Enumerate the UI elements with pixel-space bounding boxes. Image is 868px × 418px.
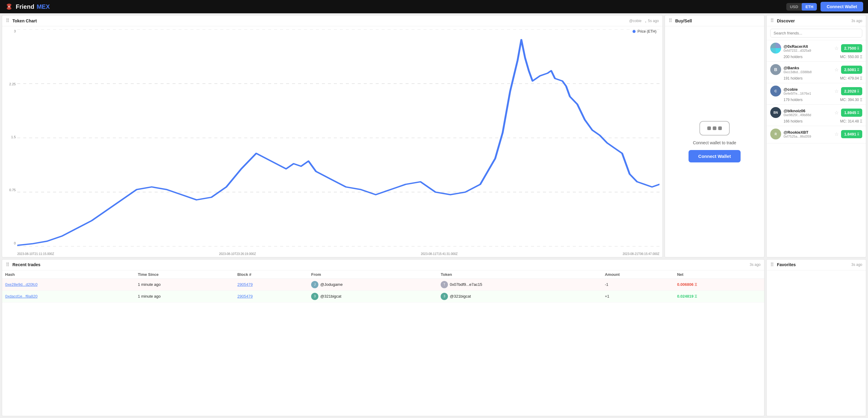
buy-sell-header: ⠿ Buy/Sell (665, 15, 764, 26)
eth-sym-3: Ξ (857, 89, 859, 93)
favorites-title: Favorites (777, 262, 849, 267)
col-amount: Amount (602, 270, 674, 279)
eth-sym-4: Ξ (857, 111, 859, 114)
col-hash: Hash (2, 270, 135, 279)
eth-sym-2: Ξ (857, 68, 859, 71)
price-badge-2: 2.5081 Ξ (841, 66, 862, 74)
discover-item-3-row2: 179 holders MC: 394.30 Ξ (770, 98, 862, 102)
discover-name-block-5: @RookieXBT 0xf7525a...86d359 (783, 130, 832, 138)
trades-table: Hash Time Since Block # From Token Amoun… (2, 270, 764, 302)
discover-item-1: @0xRacerAlt 0xfd7232...d325a9 ☆ 2.7500 Ξ… (767, 40, 866, 62)
price-badge-4: 1.8945 Ξ (841, 108, 862, 117)
discover-address-1: 0xfd7232...d325a9 (783, 49, 832, 52)
discover-list: @0xRacerAlt 0xfd7232...d325a9 ☆ 2.7500 Ξ… (767, 40, 866, 257)
trade-block-link-2[interactable]: 2905479 (237, 294, 253, 298)
discover-item-2-row2: 191 holders MC: 479.04 Ξ (770, 76, 862, 81)
wallet-dot-1 (707, 126, 711, 130)
drag-icon-discover: ⠿ (770, 18, 774, 24)
drag-icon-buysell: ⠿ (669, 18, 672, 24)
mc-3: MC: 394.30 Ξ (840, 98, 862, 102)
token-chart-title: Token Chart (12, 19, 627, 23)
discover-search-input[interactable] (770, 29, 862, 37)
drag-icon: ⠿ (6, 18, 9, 24)
connect-trade-button[interactable]: Connect Wallet (688, 150, 741, 162)
discover-name-block-1: @0xRacerAlt 0xfd7232...d325a9 (783, 44, 832, 52)
trade-net-1: 0.006806 Ξ (674, 279, 764, 290)
connect-wallet-header-button[interactable]: Connect Wallet (820, 2, 863, 11)
mc-4: MC: 314.48 Ξ (840, 119, 862, 123)
trade-hash-link-2[interactable]: 0xdacd1e...f8a820 (5, 294, 37, 298)
trade-amount-2: +1 (602, 290, 674, 302)
from-avatar-1: J (311, 281, 318, 288)
col-from: From (308, 270, 438, 279)
trade-from-2: 3 @321bigcat (308, 290, 438, 302)
price-badge-1: 2.7500 Ξ (841, 44, 862, 52)
trade-hash-1: 0xe28e9d...d20fc0 (2, 279, 135, 290)
discover-name-block-4: @blknoiz06 0xe9825f...49b88d (783, 108, 832, 117)
discover-item-1-row2: 200 holders MC: 550.00 Ξ (770, 55, 862, 59)
discover-item-4-row1: BN @blknoiz06 0xe9825f...49b88d ☆ 1.8945… (770, 107, 862, 118)
trade-from-1: J @Jodugame (308, 279, 438, 290)
currency-toggle: USD ETH (786, 3, 817, 10)
main-grid: ⠿ Token Chart @cobie , 5s ago Price (ETH… (0, 13, 868, 418)
trade-amount-1: -1 (602, 279, 674, 290)
favorites-content (767, 270, 866, 416)
price-line (17, 40, 659, 245)
star-icon-3[interactable]: ☆ (834, 88, 839, 94)
discover-item-2-row1: B @Banks 0xcc3dbd...0388b8 ☆ 2.5081 Ξ (770, 64, 862, 75)
discover-timestamp: 3s ago (851, 19, 862, 23)
buy-sell-title: Buy/Sell (675, 19, 761, 23)
eth-sym-5: Ξ (857, 132, 859, 136)
discover-panel: ⠿ Discover 3s ago @0xRacerAlt (766, 15, 866, 257)
y-label-15: 1.5 (11, 135, 16, 139)
trades-table-container: Hash Time Since Block # From Token Amoun… (2, 270, 764, 416)
drag-icon-trades: ⠿ (6, 262, 9, 268)
recent-trades-header: ⠿ Recent trades 3s ago (2, 259, 764, 270)
trade-block-2: 2905479 (234, 290, 308, 302)
trade-row-1: 0xe28e9d...d20fc0 1 minute ago 2905479 J… (2, 279, 764, 290)
x-label-1: 2023-08-10T21:11:15.000Z (17, 252, 54, 256)
header: FriendMEX USD ETH Connect Wallet (0, 0, 868, 13)
trades-table-body: 0xe28e9d...d20fc0 1 minute ago 2905479 J… (2, 279, 764, 302)
col-block: Block # (234, 270, 308, 279)
discover-item-4-row2: 166 holders MC: 314.48 Ξ (770, 119, 862, 123)
discover-address-4: 0xe9825f...49b88d (783, 113, 832, 117)
buy-sell-panel: ⠿ Buy/Sell Connect wallet to trade Conne… (664, 15, 765, 257)
eth-button[interactable]: ETH (802, 3, 817, 10)
star-icon-1[interactable]: ☆ (834, 45, 839, 51)
star-icon-4[interactable]: ☆ (834, 110, 839, 116)
x-label-4: 2023-08-21T06:15:47.000Z (623, 252, 659, 256)
x-label-3: 2023-08-11T15:41:31.000Z (421, 252, 458, 256)
connect-wallet-text: Connect wallet to trade (693, 140, 736, 145)
wallet-icon-container (700, 121, 730, 135)
star-icon-5[interactable]: ☆ (834, 131, 839, 137)
logo-text-friend: Friend (16, 3, 34, 10)
eth-sym-1: Ξ (857, 46, 859, 50)
avatar-cobie: C (770, 86, 781, 96)
discover-item-1-row1: @0xRacerAlt 0xfd7232...d325a9 ☆ 2.7500 Ξ (770, 43, 862, 54)
trade-time-1: 1 minute ago (135, 279, 235, 290)
y-label-3: 3 (14, 29, 16, 33)
discover-username-2: @Banks (783, 66, 832, 70)
avatar-rookiexbt: R (770, 129, 781, 139)
trade-token-1: T 0x07bdf9...e7ac15 (438, 279, 602, 290)
discover-item-3: C @cobie 0x4e5f7e...1676e1 ☆ 2.2028 Ξ 17… (767, 83, 866, 105)
trade-block-link-1[interactable]: 2905479 (237, 282, 253, 287)
chart-svg (17, 29, 659, 247)
discover-name-block-2: @Banks 0xcc3dbd...0388b8 (783, 66, 832, 74)
discover-item-5: R @RookieXBT 0xf7525a...86d359 ☆ 1.8491 … (767, 126, 866, 143)
trade-token-2: 3 @321bigcat (438, 290, 602, 302)
discover-username-1: @0xRacerAlt (783, 44, 832, 49)
holders-4: 166 holders (783, 119, 803, 123)
avatar-banks: B (770, 64, 781, 75)
trade-hash-link-1[interactable]: 0xe28e9d...d20fc0 (5, 282, 37, 287)
usd-button[interactable]: USD (786, 3, 802, 10)
discover-address-3: 0x4e5f7e...1676e1 (783, 92, 832, 95)
x-axis: 2023-08-10T21:11:15.000Z 2023-08-10T23:2… (17, 252, 659, 256)
price-badge-3: 2.2028 Ξ (841, 87, 862, 95)
discover-username-3: @cobie (783, 87, 832, 92)
x-label-2: 2023-08-10T23:26:19.000Z (219, 252, 256, 256)
star-icon-2[interactable]: ☆ (834, 67, 839, 73)
wallet-dots (707, 126, 722, 130)
favorites-panel: ⠿ Favorites 3s ago (766, 259, 866, 417)
